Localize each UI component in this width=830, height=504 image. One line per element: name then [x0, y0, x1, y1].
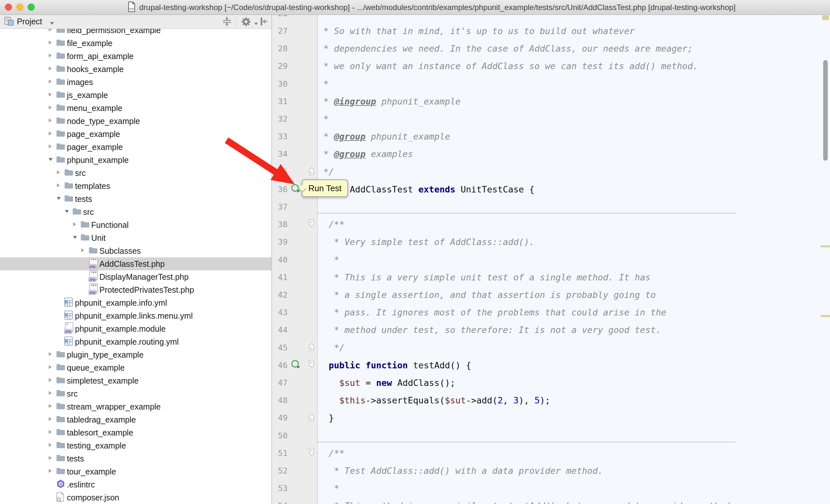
code-line-31[interactable]: 31 * @ingroup phpunit_example [272, 93, 830, 110]
tree-item-tests[interactable]: tests [0, 452, 272, 465]
tree-item-tabledrag-example[interactable]: tabledrag_example [0, 413, 272, 426]
chevron-down-icon[interactable] [49, 21, 55, 26]
code-line-47[interactable]: 47 $sut = new AddClass(); [272, 374, 830, 392]
chevron-collapsed-icon[interactable] [48, 442, 53, 449]
tree-item-stream-wrapper-example[interactable]: stream_wrapper_example [0, 400, 272, 413]
hide-panel-button[interactable] [258, 16, 270, 28]
tree-item-unit[interactable]: Unit [0, 231, 272, 244]
chevron-collapsed-icon[interactable] [48, 416, 53, 423]
chevron-expanded-icon[interactable] [64, 209, 70, 215]
code-line-53[interactable]: 53 * [272, 479, 830, 497]
tree-item-plugin-type-example[interactable]: plugin_type_example [0, 348, 272, 361]
tree-item-file-example[interactable]: file_example [0, 37, 272, 49]
zoom-button[interactable] [28, 4, 35, 11]
chevron-collapsed-icon[interactable] [48, 429, 53, 436]
tree-item-displaymanagertest-php[interactable]: phpDisplayManagerTest.php [0, 270, 272, 283]
chevron-collapsed-icon[interactable] [48, 92, 53, 99]
run-test-gutter-icon[interactable] [291, 359, 304, 371]
code-line-36[interactable]: 36class AddClassTest extends UnitTestCas… [272, 180, 830, 198]
tree-item-hooks-example[interactable]: hooks_example [0, 63, 272, 76]
code-line-35[interactable]: 35 */ [272, 163, 830, 181]
tree-item-menu-example[interactable]: menu_example [0, 102, 272, 114]
tree-item-queue-example[interactable]: queue_example [0, 361, 272, 374]
tree-item-src[interactable]: src [0, 387, 272, 400]
code-line-32[interactable]: 32 * [272, 110, 830, 128]
tree-item-functional[interactable]: Functional [0, 219, 272, 231]
chevron-collapsed-icon[interactable] [48, 66, 53, 73]
chevron-collapsed-icon[interactable] [48, 117, 53, 125]
code-line-30[interactable]: 30 * [272, 75, 830, 93]
code-editor[interactable]: 2627 * So with that in mind, it's up to … [272, 14, 830, 504]
tree-item-phpunit-example-info-yml[interactable]: phpunit_example.info.yml [0, 296, 272, 309]
close-button[interactable] [5, 4, 12, 11]
code-line-41[interactable]: 41 * This is a very simple unit test of … [272, 268, 830, 286]
code-line-26[interactable]: 26 [272, 14, 830, 23]
chevron-collapsed-icon[interactable] [48, 53, 53, 60]
editor-scrollbar-thumb[interactable] [823, 60, 828, 161]
panel-splitter[interactable] [272, 14, 272, 504]
chevron-collapsed-icon[interactable] [48, 104, 53, 112]
code-line-29[interactable]: 29 * we only want an instance of AddClas… [272, 57, 830, 75]
code-line-42[interactable]: 42 * a single assertion, and that assert… [272, 286, 830, 304]
chevron-expanded-icon[interactable] [56, 196, 62, 202]
settings-gear-button[interactable] [240, 16, 252, 28]
code-line-49[interactable]: 49 } [272, 409, 830, 427]
tree-item-composer-json[interactable]: {}composer.json [0, 491, 272, 504]
tree-item-testing-example[interactable]: testing_example [0, 439, 272, 452]
tree-item-phpunit-example-module[interactable]: phpphpunit_example.module [0, 322, 272, 335]
code-line-52[interactable]: 52 * Test AddClass::add() with a data pr… [272, 462, 830, 480]
project-panel-title[interactable]: Project [17, 14, 42, 29]
code-line-28[interactable]: 28 * dependencies we need. In the case o… [272, 40, 830, 58]
chevron-collapsed-icon[interactable] [48, 40, 53, 47]
code-line-48[interactable]: 48 $this->assertEquals($sut->add(2, 3), … [272, 392, 830, 409]
code-line-34[interactable]: 34 * @group examples [272, 145, 830, 163]
error-stripe-mark[interactable] [821, 245, 830, 247]
tree-item-phpunit-example-links-menu-yml[interactable]: phpunit_example.links.menu.yml [0, 309, 272, 322]
tree-item-phpunit-example-routing-yml[interactable]: phpunit_example.routing.yml [0, 335, 272, 348]
tree-item-images[interactable]: images [0, 76, 272, 89]
chevron-expanded-icon[interactable] [72, 235, 78, 241]
tree-item-subclasses[interactable]: Subclasses [0, 244, 272, 257]
chevron-collapsed-icon[interactable] [48, 468, 53, 475]
minimize-button[interactable] [16, 4, 23, 11]
code-line-39[interactable]: 39 * Very simple test of AddClass::add()… [272, 233, 830, 251]
chevron-collapsed-icon[interactable] [48, 377, 53, 384]
error-stripe-mark[interactable] [821, 315, 830, 317]
chevron-down-icon[interactable] [254, 21, 258, 27]
code-line-40[interactable]: 40 * [272, 251, 830, 269]
fold-marker-down-icon[interactable] [308, 447, 316, 459]
fold-marker-up-icon[interactable] [308, 412, 316, 424]
code-line-38[interactable]: 38 /** [272, 215, 830, 233]
tree-item-addclasstest-php[interactable]: phpAddClassTest.php [0, 257, 272, 270]
chevron-collapsed-icon[interactable] [48, 131, 53, 138]
chevron-collapsed-icon[interactable] [48, 403, 53, 410]
tree-item-js-example[interactable]: js_example [0, 89, 272, 102]
code-line-46[interactable]: 46 public function testAdd() { [272, 356, 830, 374]
chevron-collapsed-icon[interactable] [80, 247, 85, 255]
fold-marker-down-icon[interactable] [308, 359, 316, 371]
tree-item-protectedprivatestest-php[interactable]: phpProtectedPrivatesTest.php [0, 283, 272, 296]
chevron-collapsed-icon[interactable] [48, 351, 53, 358]
error-stripe-mark[interactable] [822, 15, 829, 20]
chevron-expanded-icon[interactable] [48, 157, 54, 163]
chevron-collapsed-icon[interactable] [48, 455, 53, 462]
chevron-collapsed-icon[interactable] [48, 143, 53, 150]
tree-item-tablesort-example[interactable]: tablesort_example [0, 426, 272, 439]
code-line-51[interactable]: 51 /** [272, 444, 830, 462]
chevron-collapsed-icon[interactable] [56, 182, 61, 190]
code-line-43[interactable]: 43 * pass. It ignores most of the proble… [272, 303, 830, 321]
fold-marker-up-icon[interactable] [308, 341, 316, 354]
code-line-27[interactable]: 27 * So with that in mind, it's up to us… [272, 22, 830, 40]
tree-item-simpletest-example[interactable]: simpletest_example [0, 374, 272, 387]
chevron-collapsed-icon[interactable] [48, 78, 53, 86]
collapse-all-button[interactable] [221, 16, 233, 28]
tree-item-eslintrc[interactable]: .eslintrc [0, 478, 272, 491]
tree-item-form-api-example[interactable]: form_api_example [0, 49, 272, 63]
code-line-54[interactable]: 54 * This method is very similar to test… [272, 497, 830, 504]
chevron-collapsed-icon[interactable] [56, 169, 61, 176]
fold-marker-down-icon[interactable] [308, 219, 316, 231]
code-line-44[interactable]: 44 * method under test, so therefore: It… [272, 321, 830, 339]
tree-item-tour-example[interactable]: tour_example [0, 465, 272, 478]
chevron-collapsed-icon[interactable] [72, 221, 77, 229]
chevron-collapsed-icon[interactable] [48, 390, 53, 397]
